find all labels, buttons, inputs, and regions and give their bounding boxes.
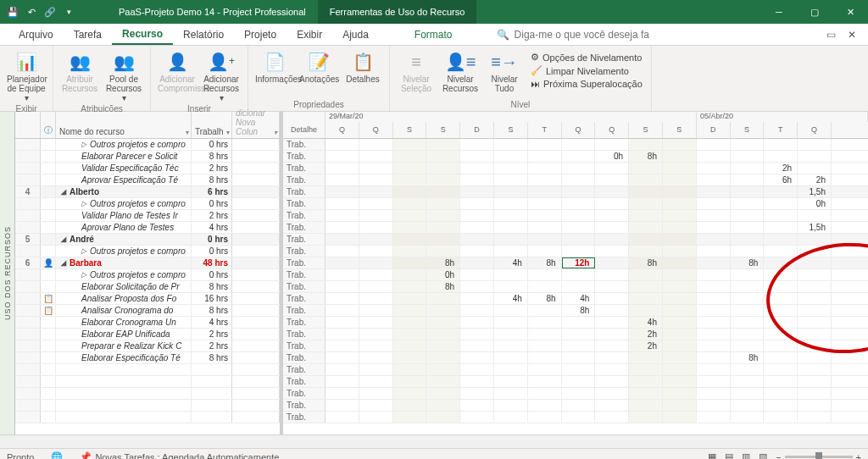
expand-icon[interactable]: ▷	[81, 200, 88, 207]
view-shortcut-4[interactable]: ▧	[759, 451, 767, 459]
time-cell[interactable]	[460, 234, 494, 245]
time-cell[interactable]	[359, 412, 393, 423]
time-cell[interactable]	[528, 269, 562, 280]
time-cell[interactable]	[326, 257, 359, 268]
work-cell[interactable]: 0 hrs	[192, 198, 232, 209]
add-column-cell[interactable]	[232, 281, 280, 292]
timephased-row[interactable]: Trab.	[283, 364, 868, 376]
time-cell[interactable]	[528, 317, 562, 328]
timephased-row[interactable]: Trab.4h	[283, 317, 868, 329]
time-cell[interactable]	[326, 352, 359, 363]
work-cell[interactable]	[192, 376, 232, 387]
time-cell[interactable]: 1,5h	[798, 186, 832, 197]
redo-icon[interactable]: 🔗	[41, 3, 59, 21]
time-cell[interactable]	[595, 163, 629, 174]
table-row[interactable]: Elaborar Especificação Té8 hrs	[15, 352, 280, 364]
time-cell[interactable]	[629, 376, 663, 387]
time-cell[interactable]	[359, 246, 393, 257]
time-cell[interactable]	[393, 388, 427, 399]
time-cell[interactable]	[562, 412, 596, 423]
time-cell[interactable]	[697, 257, 731, 268]
time-cell[interactable]	[764, 400, 798, 411]
timephased-row[interactable]: Trab.	[283, 246, 868, 257]
work-cell[interactable]: 2 hrs	[192, 340, 232, 351]
time-cell[interactable]	[528, 376, 562, 387]
time-cell[interactable]	[764, 281, 798, 292]
time-cell[interactable]	[731, 376, 765, 387]
add-column-cell[interactable]	[232, 246, 280, 257]
time-cell[interactable]	[595, 234, 629, 245]
time-cell[interactable]	[798, 317, 832, 328]
time-cell[interactable]	[663, 400, 697, 411]
time-cell[interactable]	[629, 163, 663, 174]
resource-name-cell[interactable]: Elaborar Solicitação de Pr	[56, 281, 192, 292]
time-cell[interactable]	[460, 257, 494, 268]
row-index[interactable]: 5	[15, 234, 41, 245]
time-cell[interactable]	[595, 174, 629, 185]
table-row[interactable]: Validar Plano de Testes Ir2 hrs	[15, 210, 280, 222]
time-cell[interactable]	[663, 340, 697, 351]
time-cell[interactable]	[764, 139, 798, 150]
work-cell[interactable]: 8 hrs	[192, 352, 232, 363]
time-cell[interactable]: 0h	[798, 198, 832, 209]
time-cell[interactable]	[494, 352, 528, 363]
time-cell[interactable]	[663, 281, 697, 292]
work-cell[interactable]	[192, 388, 232, 399]
table-row[interactable]: Aprovar Especificação Té8 hrs	[15, 174, 280, 186]
undo-icon[interactable]: ↶	[22, 3, 41, 21]
time-cell[interactable]	[494, 246, 528, 257]
time-cell[interactable]	[562, 388, 596, 399]
time-cell[interactable]	[629, 364, 663, 375]
time-cell[interactable]	[460, 174, 494, 185]
expand-icon[interactable]: ▷	[81, 271, 88, 279]
time-cell[interactable]	[697, 222, 731, 233]
add-column-cell[interactable]	[232, 222, 280, 233]
time-cell[interactable]	[798, 364, 832, 375]
time-cell[interactable]	[426, 198, 460, 209]
time-cell[interactable]	[326, 293, 359, 304]
save-icon[interactable]: 💾	[3, 3, 22, 21]
row-index[interactable]	[15, 305, 41, 316]
time-cell[interactable]	[393, 269, 427, 280]
view-shortcut-2[interactable]: ▤	[725, 451, 733, 459]
time-cell[interactable]	[460, 293, 494, 304]
time-cell[interactable]	[326, 198, 359, 209]
notes-button[interactable]: 📝 Anotações	[298, 47, 340, 86]
table-row[interactable]: Elaborar Parecer e Solicit8 hrs	[15, 151, 280, 163]
time-cell[interactable]	[460, 329, 494, 340]
time-cell[interactable]	[697, 388, 731, 399]
time-cell[interactable]	[528, 364, 562, 375]
time-cell[interactable]	[798, 340, 832, 351]
leveling-options-button[interactable]: ⚙Opções de Nivelamento	[527, 51, 646, 64]
time-cell[interactable]	[494, 281, 528, 292]
time-cell[interactable]	[562, 163, 596, 174]
time-cell[interactable]: 8h	[731, 257, 765, 268]
timephased-row[interactable]: Trab.0h	[283, 198, 868, 210]
time-cell[interactable]	[426, 400, 460, 411]
time-cell[interactable]	[731, 198, 765, 209]
work-cell[interactable]	[192, 364, 232, 375]
time-cell[interactable]	[494, 412, 528, 423]
time-cell[interactable]	[595, 269, 629, 280]
time-cell[interactable]	[595, 186, 629, 197]
time-cell[interactable]	[595, 257, 629, 268]
time-cell[interactable]	[697, 340, 731, 351]
time-cell[interactable]	[595, 329, 629, 340]
time-cell[interactable]: 8h	[629, 151, 663, 162]
work-cell[interactable]: 6 hrs	[192, 186, 232, 197]
details-button[interactable]: 📋 Detalhes	[342, 47, 384, 86]
row-index[interactable]	[15, 139, 41, 150]
time-cell[interactable]	[359, 186, 393, 197]
time-cell[interactable]	[798, 412, 832, 423]
time-cell[interactable]	[629, 210, 663, 221]
time-cell[interactable]: 2h	[798, 174, 832, 185]
row-index[interactable]	[15, 163, 41, 174]
time-cell[interactable]	[595, 198, 629, 209]
time-cell[interactable]	[731, 364, 765, 375]
time-cell[interactable]	[731, 412, 765, 423]
time-cell[interactable]	[595, 388, 629, 399]
work-cell[interactable]: 0 hrs	[192, 234, 232, 245]
time-cell[interactable]	[494, 376, 528, 387]
time-cell[interactable]	[595, 281, 629, 292]
time-cell[interactable]	[426, 186, 460, 197]
